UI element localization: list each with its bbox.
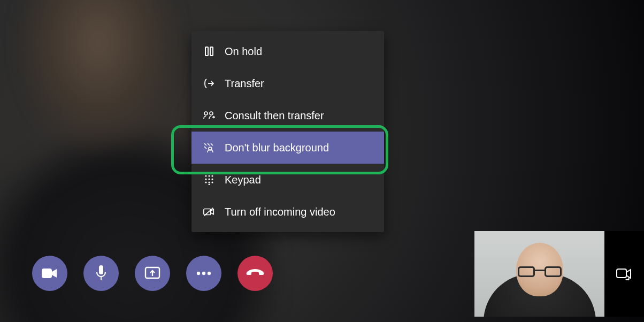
- transfer-icon: [203, 79, 215, 88]
- svg-point-8: [205, 178, 206, 180]
- menu-item-on-hold[interactable]: On hold: [191, 35, 384, 67]
- svg-point-3: [210, 112, 213, 115]
- menu-item-keypad[interactable]: Keypad: [191, 164, 384, 196]
- self-view-pip[interactable]: [474, 231, 604, 317]
- svg-rect-17: [99, 265, 103, 274]
- unblur-background-icon: [203, 142, 215, 153]
- switch-camera-button[interactable]: [604, 231, 644, 317]
- svg-point-2: [204, 112, 208, 115]
- svg-point-11: [205, 181, 206, 183]
- menu-item-label: Turn off incoming video: [225, 206, 335, 218]
- svg-point-9: [208, 178, 210, 180]
- svg-rect-16: [42, 269, 52, 278]
- call-controls: [32, 256, 273, 291]
- svg-rect-23: [617, 269, 626, 278]
- svg-point-6: [208, 175, 210, 177]
- menu-item-consult-transfer[interactable]: Consult then transfer: [191, 99, 384, 132]
- menu-item-dont-blur-background[interactable]: Don't blur background: [191, 132, 384, 164]
- more-actions-button[interactable]: [186, 256, 221, 291]
- menu-item-label: On hold: [225, 45, 262, 58]
- svg-point-7: [211, 175, 213, 177]
- video-off-icon: [203, 207, 215, 217]
- svg-point-21: [202, 272, 205, 275]
- menu-item-label: Keypad: [225, 174, 261, 186]
- mic-button[interactable]: [83, 256, 119, 291]
- menu-item-transfer[interactable]: Transfer: [191, 67, 384, 99]
- svg-rect-18: [101, 277, 102, 280]
- svg-point-13: [211, 181, 213, 183]
- svg-point-22: [208, 272, 211, 275]
- keypad-icon: [203, 174, 215, 185]
- menu-item-label: Transfer: [225, 78, 264, 90]
- consult-transfer-icon: [203, 111, 215, 120]
- menu-item-label: Don't blur background: [225, 142, 329, 154]
- more-actions-menu: On hold Transfer Consult then transfer: [191, 31, 384, 232]
- svg-point-5: [205, 175, 206, 177]
- svg-point-10: [211, 178, 213, 180]
- camera-button[interactable]: [32, 256, 67, 291]
- menu-item-turn-off-incoming-video[interactable]: Turn off incoming video: [191, 196, 384, 228]
- svg-point-12: [208, 181, 210, 183]
- svg-point-14: [209, 184, 210, 185]
- pause-icon: [203, 47, 215, 56]
- svg-point-20: [197, 272, 200, 275]
- video-call-stage: On hold Transfer Consult then transfer: [0, 0, 644, 322]
- menu-item-label: Consult then transfer: [225, 110, 324, 122]
- share-screen-button[interactable]: [135, 256, 170, 291]
- svg-rect-0: [205, 47, 208, 56]
- svg-rect-1: [210, 47, 213, 56]
- hang-up-button[interactable]: [237, 256, 273, 291]
- svg-rect-15: [204, 209, 211, 215]
